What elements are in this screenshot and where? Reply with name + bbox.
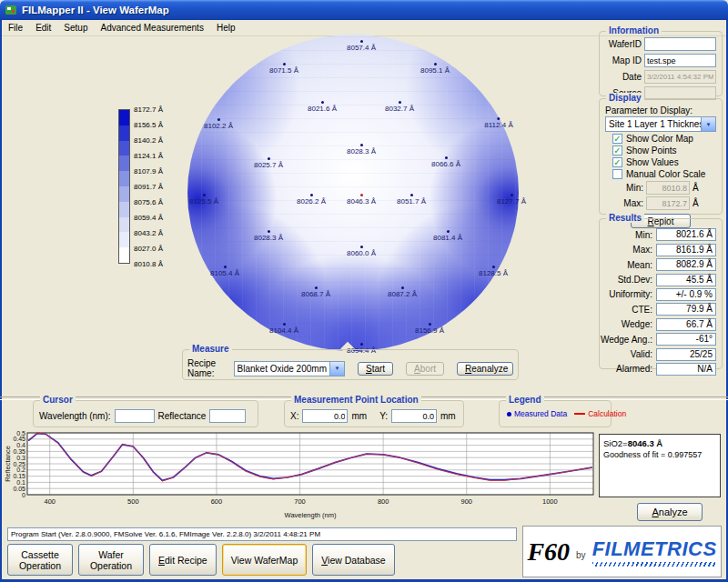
waferid-label: WaferID bbox=[603, 39, 642, 49]
result-label: CTE: bbox=[632, 305, 652, 315]
recipe-name-select[interactable]: Blanket Oxide 200mm ▼ bbox=[234, 361, 345, 376]
color-scale-label: 8043.2 Å bbox=[134, 229, 163, 237]
date-field bbox=[644, 70, 716, 84]
fit-material-prefix: SiO2= bbox=[603, 438, 628, 448]
fit-result-box: SiO2=8046.3 Å Goodness of fit = 0.997557 bbox=[599, 434, 721, 497]
color-scale-label: 8107.9 Å bbox=[134, 167, 163, 176]
y-tick-label: 0.1 bbox=[16, 479, 25, 486]
results-title: Results bbox=[606, 213, 644, 223]
bottom-button-view-wafermap[interactable]: View WaferMap bbox=[222, 544, 308, 576]
color-scale-label: 8075.6 Å bbox=[134, 198, 163, 206]
y-tick-label: 0.5 bbox=[16, 430, 25, 436]
result-value: 66.7 Å bbox=[656, 318, 716, 331]
x-tick-label: 1000 bbox=[542, 497, 558, 506]
show-values-label: Show Values bbox=[626, 157, 679, 167]
result-row: Max:8161.9 Å bbox=[600, 244, 716, 256]
legend-calculation-item: Calculation bbox=[574, 409, 626, 418]
menu-advanced-measurements[interactable]: Advanced Measurements bbox=[95, 21, 210, 35]
measure-group: Measure Recipe Name: Blanket Oxide 200mm… bbox=[182, 349, 519, 380]
cursor-reflectance-field[interactable] bbox=[209, 409, 246, 423]
result-label: Wedge: bbox=[622, 319, 652, 329]
measurement-point-title: Measurement Point Location bbox=[291, 395, 421, 405]
logo-box: F60 by FILMETRICS bbox=[522, 526, 722, 577]
measured-data-dot-icon bbox=[507, 412, 511, 416]
checkbox-manual-color-scale[interactable]: Manual Color Scale bbox=[612, 169, 722, 179]
bottom-button-bar: Cassette OperationWafer OperationEdit Re… bbox=[7, 544, 395, 577]
color-scale-label: 8172.7 Å bbox=[134, 105, 163, 114]
app-window: FILMapper II - View WaferMap FileEditSet… bbox=[0, 0, 728, 582]
color-scale-label: 8140.2 Å bbox=[134, 136, 163, 145]
result-value: 8161.9 Å bbox=[656, 244, 716, 256]
parameter-label: Parameter to Display: bbox=[605, 105, 716, 115]
display-title: Display bbox=[606, 93, 644, 103]
legend-measured-label: Measured Data bbox=[514, 409, 567, 418]
analyze-button[interactable]: Analyze bbox=[637, 503, 703, 521]
cursor-reflectance-label: Reflectance bbox=[158, 411, 207, 421]
legend-calculation-label: Calculation bbox=[588, 409, 626, 418]
y-tick-label: 0.35 bbox=[13, 448, 25, 455]
max-field bbox=[646, 196, 690, 210]
menu-file[interactable]: File bbox=[2, 21, 29, 35]
y-tick-label: 0 bbox=[22, 492, 25, 498]
y-tick-label: 0.05 bbox=[13, 486, 25, 492]
result-label: Wedge Ang.: bbox=[601, 335, 652, 345]
bottom-button-edit-recipe[interactable]: Edit Recipe bbox=[149, 544, 217, 576]
waferid-field[interactable] bbox=[644, 37, 716, 51]
x-unit: mm bbox=[351, 411, 367, 421]
y-tick-label: 0.45 bbox=[13, 436, 25, 442]
button-label: View WaferMap bbox=[231, 555, 298, 566]
mapid-label: Map ID bbox=[603, 55, 642, 65]
x-tick-label: 600 bbox=[211, 497, 223, 506]
result-row: Std.Dev:45.5 Å bbox=[600, 274, 716, 286]
manual-color-scale-label: Manual Color Scale bbox=[626, 169, 705, 179]
cursor-title: Cursor bbox=[40, 395, 76, 405]
min-unit: Å bbox=[693, 183, 699, 193]
parameter-value: Site 1 Layer 1 Thickness bbox=[606, 119, 701, 129]
legend-measured-item: Measured Data bbox=[507, 409, 567, 418]
logo-hatch-underline bbox=[592, 562, 717, 567]
cursor-wavelength-field[interactable] bbox=[115, 409, 155, 423]
x-tick-label: 800 bbox=[378, 497, 389, 506]
result-row: Min:8021.6 Å bbox=[600, 228, 716, 241]
result-label: Max: bbox=[632, 245, 652, 255]
color-scale-strip bbox=[118, 109, 130, 264]
result-row: Wedge Ang.:-61° bbox=[600, 333, 716, 346]
menu-help[interactable]: Help bbox=[210, 21, 242, 35]
bottom-button-cassette-operation[interactable]: Cassette Operation bbox=[7, 544, 73, 576]
menu-edit[interactable]: Edit bbox=[29, 21, 57, 35]
x-tick-label: 900 bbox=[461, 497, 473, 506]
mapid-field[interactable] bbox=[644, 54, 716, 67]
result-value: 25/25 bbox=[656, 348, 716, 361]
checkbox-show-color-map[interactable]: ✓ Show Color Map bbox=[612, 134, 722, 144]
reanalyze-button[interactable]: Reanalyze bbox=[457, 362, 513, 376]
bottom-button-view-database[interactable]: View Database bbox=[312, 544, 394, 576]
display-group: Display Parameter to Display: Site 1 Lay… bbox=[599, 98, 723, 215]
brand-column: FILMETRICS bbox=[592, 537, 717, 567]
checkbox-unchecked-icon bbox=[612, 169, 622, 179]
y-field[interactable] bbox=[391, 409, 437, 423]
checkbox-show-points[interactable]: ✓ Show Points bbox=[612, 146, 722, 156]
cursor-group: Cursor Wavelength (nm): Reflectance bbox=[33, 400, 258, 427]
status-bar: Program Start (Ver. 2.8.0.9000, FMSolve … bbox=[7, 527, 517, 541]
x-field[interactable] bbox=[302, 409, 348, 423]
parameter-select[interactable]: Site 1 Layer 1 Thickness ▼ bbox=[605, 116, 716, 132]
wafer-map[interactable] bbox=[187, 35, 519, 351]
color-scale-label: 8091.7 Å bbox=[134, 183, 163, 191]
menu-setup[interactable]: Setup bbox=[57, 21, 94, 35]
start-button[interactable]: Start bbox=[358, 362, 393, 376]
abort-button: Abort bbox=[406, 362, 444, 376]
checkbox-show-values[interactable]: ✓ Show Values bbox=[612, 157, 722, 167]
checkbox-checked-icon: ✓ bbox=[612, 134, 622, 144]
bottom-button-wafer-operation[interactable]: Wafer Operation bbox=[78, 544, 144, 576]
y-label: Y: bbox=[379, 411, 388, 421]
result-value: +/- 0.9 % bbox=[656, 288, 716, 301]
window-border-left bbox=[0, 20, 2, 582]
result-value: 8082.9 Å bbox=[656, 258, 716, 271]
logo-by: by bbox=[576, 550, 586, 560]
spectrum-chart[interactable]: 00.050.10.150.20.250.30.350.40.450.54005… bbox=[4, 429, 597, 522]
min-label: Min: bbox=[622, 183, 643, 193]
fit-thickness-value: 8046.3 Å bbox=[628, 438, 663, 448]
y-unit: mm bbox=[440, 411, 456, 421]
button-label: Wafer Operation bbox=[90, 549, 132, 571]
cursor-wavelength-label: Wavelength (nm): bbox=[39, 411, 111, 421]
